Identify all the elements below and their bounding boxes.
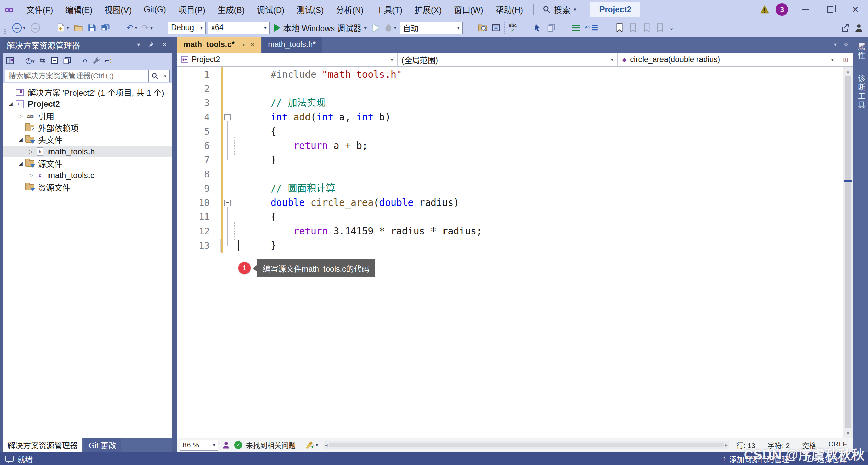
tree-item-1[interactable]: ◢++Project2 [3,98,172,110]
split-window-icon[interactable]: ⊞ [838,53,853,66]
document-health[interactable]: ✓ 未找到相关问题 [234,440,296,450]
track-active-icon[interactable]: ⌐: [105,56,112,65]
show-all-files-icon[interactable] [63,57,71,65]
menu-item-5[interactable]: 生成(B) [212,1,250,17]
save-all-button[interactable] [100,22,111,33]
tree-item-5[interactable]: ▷hmath_tools.h [3,146,172,157]
menu-item-10[interactable]: 扩展(X) [409,1,447,17]
scroll-right-icon[interactable]: ▸ [725,442,728,448]
configuration-select[interactable]: Debug▾ [168,22,206,34]
code-cleanup-button[interactable]: ▾ [304,440,320,450]
scrollbar-thumb[interactable] [329,443,724,447]
tree-item-4[interactable]: ◢头文件 [3,134,172,146]
share-button[interactable] [840,22,851,33]
menu-item-1[interactable]: 编辑(E) [60,1,98,17]
space-indicator[interactable]: 空格 [802,440,816,450]
warning-icon[interactable] [760,5,770,14]
tree-item-8[interactable]: 资源文件 [3,181,172,193]
select-repository-button[interactable]: 选择仓库 ▴ [806,453,852,464]
line-indicator[interactable]: 行: 13 [736,440,755,450]
side-tab-1[interactable]: 诊断工具 [855,72,866,113]
document-tab-0[interactable]: math_tools.c*⊸✕ [177,37,261,53]
nav-scope-dropdown[interactable]: (全局范围)▾ [398,53,618,66]
indent-button[interactable] [571,24,581,32]
menu-item-11[interactable]: 窗口(W) [449,1,489,17]
menu-item-6[interactable]: 调试(D) [252,1,290,17]
tree-item-7[interactable]: ▷cmath_tools.c [3,169,172,181]
document-tab-1[interactable]: math_tools.h* [262,37,322,53]
search-input[interactable] [5,70,149,82]
start-without-debug-button[interactable] [372,23,380,33]
panel-tab-1[interactable]: Git 更改 [84,438,121,452]
sync-icon[interactable]: ⇆ [39,56,45,65]
menu-item-2[interactable]: 视图(V) [99,1,137,17]
expander-expanded-icon[interactable]: ◢ [6,101,15,107]
open-folder-button[interactable] [73,22,84,33]
next-bookmark-button[interactable] [641,22,652,33]
clear-bookmark-button[interactable] [654,22,666,33]
scroll-up-icon[interactable]: ▲ [846,67,851,76]
menu-item-0[interactable]: 文件(F) [21,1,59,17]
watch-mode-select[interactable]: 自动▾ [400,22,463,34]
expander-collapsed-icon[interactable]: ▷ [26,172,35,178]
bookmark-button[interactable] [614,22,625,33]
back-button[interactable]: ←▾ [11,22,27,34]
expander-collapsed-icon[interactable]: ▷ [26,149,35,155]
start-debug-button[interactable]: 本地 Windows 调试器 ▾ [272,22,369,34]
platform-select[interactable]: x64▾ [208,22,270,34]
search-launcher[interactable]: 搜索 ▾ [538,2,580,17]
navigate-button[interactable] [532,22,544,33]
pin-icon[interactable]: ⊸ [239,41,245,49]
horizontal-scrollbar[interactable]: ◂ ▸ [324,441,729,449]
solution-home-button[interactable] [490,22,502,33]
message-bubble-icon[interactable] [5,456,14,462]
char-indicator[interactable]: 字符: 2 [768,440,790,450]
menu-item-9[interactable]: 工具(T) [370,1,408,17]
scroll-left-icon[interactable]: ◂ [325,442,328,448]
chevron-down-icon[interactable]: ▾ [161,70,170,82]
undo-button[interactable]: ↶▾ [125,23,139,33]
forward-button[interactable]: → [29,22,41,34]
properties-wrench-icon[interactable] [92,57,100,65]
menu-item-4[interactable]: 项目(P) [173,1,211,17]
tree-item-2[interactable]: ▷⧈⧈引用 [3,110,172,122]
new-item-button[interactable]: ▾ [55,22,71,33]
zoom-select[interactable]: 86 %▾ [180,440,218,451]
toolbar-overflow-button[interactable]: ⌄ [668,24,675,32]
menu-item-7[interactable]: 测试(S) [291,1,329,17]
code-editor[interactable]: 1#include "math_tools.h"23// 加法实现4int ad… [177,67,853,438]
side-tab-0[interactable]: 属性 [855,40,866,63]
save-button[interactable] [86,22,98,33]
preview-icon[interactable]: ‹› [82,56,87,65]
peek-button[interactable] [546,22,557,33]
live-share-person-icon[interactable] [222,441,230,449]
tree-item-3[interactable]: ↗外部依赖项 [3,122,172,134]
tree-item-6[interactable]: ◢源文件 [3,157,172,169]
add-to-source-control-button[interactable]: ↑ 添加到源代码管理 ▴ [722,453,795,464]
panel-tab-0[interactable]: 解决方案资源管理器 [3,438,82,452]
menu-item-8[interactable]: 分析(N) [331,1,369,17]
close-icon[interactable]: ✕ [852,5,859,14]
feedback-button[interactable] [853,22,865,33]
close-icon[interactable]: ✕ [162,41,167,49]
tree-item-0[interactable]: 解决方案 'Project2' (1 个项目, 共 1 个) [3,86,172,98]
spell-check-button[interactable]: abc✓ [507,22,518,34]
pin-icon[interactable] [147,41,154,48]
find-in-files-button[interactable] [477,22,488,33]
search-icon[interactable] [149,70,161,82]
eol-indicator[interactable]: CRLF [828,440,847,450]
nav-project-dropdown[interactable]: ++ Project2▾ [177,53,398,66]
switch-views-icon[interactable] [6,57,14,65]
expander-expanded-icon[interactable]: ◢ [16,160,25,167]
redo-button[interactable]: ↷▾ [141,23,154,33]
gear-icon[interactable]: ⚙ [844,41,848,48]
menu-item-12[interactable]: 帮助(H) [490,1,529,17]
collapse-all-icon[interactable] [50,57,58,65]
menu-item-3[interactable]: Git(G) [138,3,171,16]
solution-name-chip[interactable]: Project2 [590,2,640,17]
pending-changes-filter-icon[interactable]: ◷▾ [25,56,35,65]
toolbar-grip[interactable] [3,22,7,34]
chevron-down-icon[interactable]: ▾ [834,41,837,48]
close-icon[interactable]: ✕ [250,41,256,49]
chevron-down-icon[interactable]: ▾ [137,41,140,49]
